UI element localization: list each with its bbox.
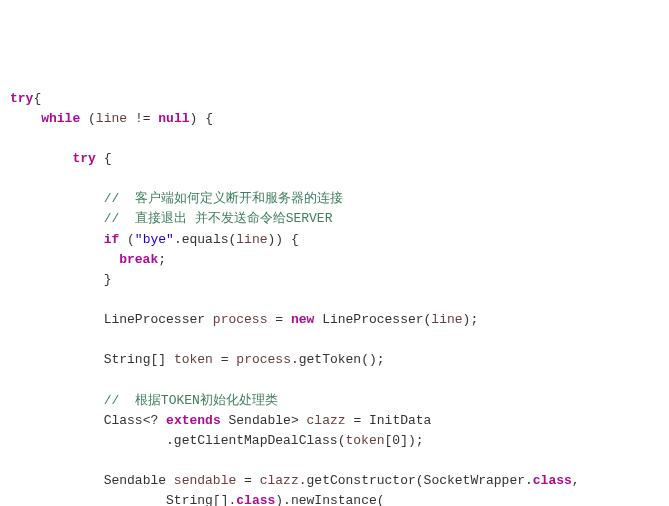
comment: // 根据TOKEN初始化处理类 bbox=[104, 393, 278, 408]
punct: { bbox=[33, 91, 41, 106]
type-string: String bbox=[166, 493, 213, 506]
type-lineprocesser: LineProcesser bbox=[104, 312, 205, 327]
punct: ] bbox=[400, 433, 408, 448]
punct: ( bbox=[377, 493, 385, 506]
type-sendable: Sendable bbox=[229, 413, 291, 428]
punct: { bbox=[291, 232, 299, 247]
type-sendable: Sendable bbox=[104, 473, 166, 488]
type-class: Class bbox=[104, 413, 143, 428]
punct: ) bbox=[190, 111, 198, 126]
comment: // 客户端如何定义断开和服务器的连接 bbox=[104, 191, 343, 206]
ident-line: line bbox=[431, 312, 462, 327]
method: getConstructor bbox=[307, 473, 416, 488]
punct: { bbox=[104, 151, 112, 166]
punct: = bbox=[353, 413, 361, 428]
punct: . bbox=[174, 232, 182, 247]
method: getClientMapDealClass bbox=[174, 433, 338, 448]
ident-line: line bbox=[96, 111, 127, 126]
type-string: String bbox=[104, 352, 151, 367]
keyword-null: null bbox=[158, 111, 189, 126]
punct: ( bbox=[88, 111, 96, 126]
punct: = bbox=[221, 352, 229, 367]
string-bye: "bye" bbox=[135, 232, 174, 247]
punct: ; bbox=[158, 252, 166, 267]
ident-sendable: sendable bbox=[174, 473, 236, 488]
ident-clazz: clazz bbox=[307, 413, 346, 428]
punct: { bbox=[205, 111, 213, 126]
punct: . bbox=[166, 433, 174, 448]
punct: ) bbox=[369, 352, 377, 367]
punct: ( bbox=[127, 232, 135, 247]
comment: // 直接退出 并不发送命令给SERVER bbox=[104, 211, 333, 226]
punct: . bbox=[283, 493, 291, 506]
keyword-new: new bbox=[291, 312, 314, 327]
punct: > bbox=[291, 413, 299, 428]
punct: [ bbox=[213, 493, 221, 506]
punct: ? bbox=[150, 413, 158, 428]
keyword-if: if bbox=[104, 232, 120, 247]
keyword-try: try bbox=[72, 151, 95, 166]
code-block: try{ while (line != null) { try { // 客户端… bbox=[10, 89, 659, 506]
keyword-while: while bbox=[41, 111, 80, 126]
punct: ] bbox=[158, 352, 166, 367]
ident-line: line bbox=[236, 232, 267, 247]
punct: . bbox=[299, 473, 307, 488]
punct: } bbox=[104, 272, 112, 287]
punct: . bbox=[525, 473, 533, 488]
ident-token: token bbox=[174, 352, 213, 367]
type-initdata: InitData bbox=[369, 413, 431, 428]
punct: = bbox=[275, 312, 283, 327]
keyword-break: break bbox=[119, 252, 158, 267]
ident-token: token bbox=[345, 433, 384, 448]
punct: ; bbox=[377, 352, 385, 367]
punct: , bbox=[572, 473, 580, 488]
keyword-try: try bbox=[10, 91, 33, 106]
type-socketwrapper: SocketWrapper bbox=[424, 473, 525, 488]
punct: ) bbox=[275, 493, 283, 506]
keyword-class: class bbox=[533, 473, 572, 488]
punct: ; bbox=[470, 312, 478, 327]
punct: != bbox=[135, 111, 151, 126]
punct: ) bbox=[275, 232, 283, 247]
punct: = bbox=[244, 473, 252, 488]
method: newInstance bbox=[291, 493, 377, 506]
punct: ; bbox=[416, 433, 424, 448]
punct: . bbox=[291, 352, 299, 367]
method: equals bbox=[182, 232, 229, 247]
ident-clazz: clazz bbox=[260, 473, 299, 488]
keyword-extends: extends bbox=[166, 413, 221, 428]
num: 0 bbox=[392, 433, 400, 448]
keyword-class: class bbox=[236, 493, 275, 506]
ident-process: process bbox=[236, 352, 291, 367]
method: getToken bbox=[299, 352, 361, 367]
type-lineprocesser: LineProcesser bbox=[322, 312, 423, 327]
punct: ( bbox=[416, 473, 424, 488]
punct: ( bbox=[361, 352, 369, 367]
ident-process: process bbox=[213, 312, 268, 327]
punct: ) bbox=[408, 433, 416, 448]
